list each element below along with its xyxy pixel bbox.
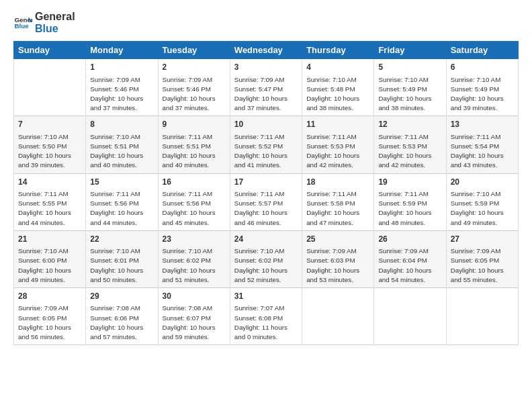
day-info-line: Daylight: 10 hours [18, 266, 81, 275]
day-info-line: and 40 minutes. [90, 161, 153, 170]
day-number: 10 [234, 119, 298, 130]
day-info-line: Daylight: 10 hours [163, 94, 226, 103]
weekday-monday: Monday [86, 42, 158, 59]
day-number: 28 [18, 291, 81, 302]
day-info-line: Sunset: 6:01 PM [90, 256, 153, 265]
day-info-line: Sunset: 6:06 PM [90, 314, 153, 323]
day-info-line: Sunrise: 7:10 AM [451, 189, 514, 199]
cell-week4-day2: 22Sunrise: 7:10 AMSunset: 6:01 PMDayligh… [86, 230, 158, 287]
day-info-line: and 43 minutes. [451, 161, 514, 170]
day-number: 15 [90, 177, 153, 188]
day-info-line: Daylight: 10 hours [90, 266, 153, 275]
day-info-line: Sunset: 5:57 PM [234, 199, 298, 208]
day-info-line: Sunset: 5:50 PM [18, 142, 81, 151]
day-info-line: Daylight: 10 hours [378, 151, 441, 161]
day-info-line: Sunset: 5:49 PM [378, 85, 441, 94]
day-info-line: Sunrise: 7:11 AM [378, 189, 441, 199]
day-info-line: Sunrise: 7:09 AM [234, 75, 298, 85]
weekday-saturday: Saturday [446, 42, 518, 59]
cell-week5-day6 [374, 288, 446, 345]
day-info-line: and 45 minutes. [163, 218, 226, 228]
calendar-table: SundayMondayTuesdayWednesdayThursdayFrid… [13, 41, 519, 345]
weekday-sunday: Sunday [14, 42, 86, 59]
day-info-line: and 42 minutes. [306, 161, 369, 170]
day-info-line: Sunset: 5:52 PM [234, 142, 298, 151]
day-info-line: and 37 minutes. [234, 103, 298, 113]
day-info-line: Daylight: 10 hours [163, 323, 226, 332]
cell-week5-day3: 30Sunrise: 7:08 AMSunset: 6:07 PMDayligh… [158, 288, 230, 345]
day-number: 25 [306, 234, 369, 245]
logo: General Blue General Blue [13, 11, 75, 34]
cell-week4-day5: 25Sunrise: 7:09 AMSunset: 6:03 PMDayligh… [302, 230, 374, 287]
cell-week1-day4: 3Sunrise: 7:09 AMSunset: 5:47 PMDaylight… [230, 59, 302, 116]
logo-general: General [35, 11, 75, 23]
cell-week2-day4: 10Sunrise: 7:11 AMSunset: 5:52 PMDayligh… [230, 116, 302, 173]
day-info-line: and 39 minutes. [18, 161, 81, 170]
day-info-line: Sunrise: 7:09 AM [18, 304, 81, 313]
cell-week2-day6: 12Sunrise: 7:11 AMSunset: 5:53 PMDayligh… [374, 116, 446, 173]
page: General Blue General Blue SundayMondayTu… [0, 0, 532, 352]
day-number: 12 [378, 119, 441, 130]
day-info-line: and 39 minutes. [451, 103, 514, 113]
weekday-wednesday: Wednesday [230, 42, 302, 59]
day-number: 11 [306, 119, 369, 130]
day-info-line: Daylight: 10 hours [234, 266, 298, 275]
day-info-line: Sunrise: 7:11 AM [306, 132, 369, 142]
day-info-line: Daylight: 10 hours [378, 94, 441, 103]
day-number: 30 [163, 291, 226, 302]
day-info-line: Daylight: 10 hours [163, 266, 226, 275]
day-info-line: Daylight: 10 hours [378, 208, 441, 218]
day-info-line: and 38 minutes. [306, 103, 369, 113]
day-info-line: Daylight: 10 hours [163, 151, 226, 161]
day-info-line: Daylight: 10 hours [90, 94, 153, 103]
day-info-line: Sunset: 6:05 PM [18, 314, 81, 323]
weekday-friday: Friday [374, 42, 446, 59]
day-number: 4 [306, 62, 369, 73]
day-info-line: and 40 minutes. [163, 161, 226, 170]
day-info-line: Daylight: 10 hours [306, 266, 369, 275]
day-info-line: Sunrise: 7:10 AM [163, 246, 226, 256]
day-info-line: Daylight: 10 hours [234, 151, 298, 161]
weekday-thursday: Thursday [302, 42, 374, 59]
day-info-line: Daylight: 10 hours [234, 208, 298, 218]
cell-week2-day1: 7Sunrise: 7:10 AMSunset: 5:50 PMDaylight… [14, 116, 86, 173]
cell-week5-day1: 28Sunrise: 7:09 AMSunset: 6:05 PMDayligh… [14, 288, 86, 345]
day-number: 7 [18, 119, 81, 130]
day-info-line: and 37 minutes. [90, 103, 153, 113]
day-info-line: and 48 minutes. [378, 218, 441, 228]
cell-week5-day4: 31Sunrise: 7:07 AMSunset: 6:08 PMDayligh… [230, 288, 302, 345]
week-row-2: 7Sunrise: 7:10 AMSunset: 5:50 PMDaylight… [14, 116, 519, 173]
cell-week5-day5 [302, 288, 374, 345]
header: General Blue General Blue [13, 11, 519, 34]
day-info-line: and 47 minutes. [306, 218, 369, 228]
cell-week1-day5: 4Sunrise: 7:10 AMSunset: 5:48 PMDaylight… [302, 59, 374, 116]
day-info-line: Sunset: 5:46 PM [163, 85, 226, 94]
cell-week3-day1: 14Sunrise: 7:11 AMSunset: 5:55 PMDayligh… [14, 173, 86, 230]
day-info-line: Sunset: 5:59 PM [451, 199, 514, 208]
day-info-line: and 0 minutes. [234, 332, 298, 342]
cell-week1-day2: 1Sunrise: 7:09 AMSunset: 5:46 PMDaylight… [86, 59, 158, 116]
day-info-line: Sunset: 5:46 PM [90, 85, 153, 94]
day-info-line: Sunrise: 7:10 AM [306, 75, 369, 85]
day-info-line: Sunset: 6:04 PM [378, 256, 441, 265]
day-info-line: and 53 minutes. [306, 275, 369, 285]
day-info-line: and 41 minutes. [234, 161, 298, 170]
day-info-line: Sunset: 5:53 PM [378, 142, 441, 151]
day-info-line: Sunrise: 7:11 AM [306, 189, 369, 199]
day-info-line: Daylight: 10 hours [90, 323, 153, 332]
day-info-line: Sunrise: 7:09 AM [90, 75, 153, 85]
cell-week2-day3: 9Sunrise: 7:11 AMSunset: 5:51 PMDaylight… [158, 116, 230, 173]
day-number: 23 [163, 234, 226, 245]
day-info-line: and 51 minutes. [163, 275, 226, 285]
day-info-line: Sunrise: 7:08 AM [90, 304, 153, 313]
day-info-line: Daylight: 10 hours [18, 323, 81, 332]
cell-week1-day1 [14, 59, 86, 116]
week-row-4: 21Sunrise: 7:10 AMSunset: 6:00 PMDayligh… [14, 230, 519, 287]
day-number: 17 [234, 177, 298, 188]
cell-week2-day5: 11Sunrise: 7:11 AMSunset: 5:53 PMDayligh… [302, 116, 374, 173]
day-info-line: Sunset: 5:59 PM [378, 199, 441, 208]
day-info-line: Sunrise: 7:11 AM [234, 132, 298, 142]
day-info-line: and 46 minutes. [234, 218, 298, 228]
day-info-line: Sunrise: 7:07 AM [234, 304, 298, 313]
day-info-line: and 49 minutes. [18, 275, 81, 285]
